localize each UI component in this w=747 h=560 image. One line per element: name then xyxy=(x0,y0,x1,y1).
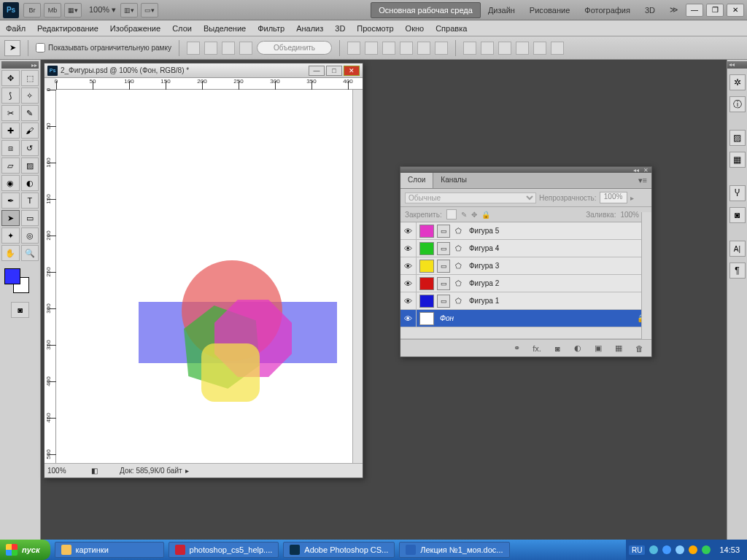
dist-4[interactable] xyxy=(516,42,529,55)
navigator-icon[interactable]: ✲ xyxy=(729,74,746,90)
opacity-arrow-icon[interactable]: ▸ xyxy=(630,194,634,202)
opt-icon-4[interactable] xyxy=(239,42,252,55)
screen-button[interactable]: ▭▾ xyxy=(141,3,158,18)
menu-window[interactable]: Окно xyxy=(406,24,425,33)
move-tool[interactable]: ✥ xyxy=(1,70,20,86)
type-tool[interactable]: T xyxy=(21,192,39,209)
history-brush-tool[interactable]: ↺ xyxy=(21,140,39,156)
window-restore[interactable]: ❐ xyxy=(706,4,724,17)
workspace-3d[interactable]: 3D xyxy=(638,3,662,18)
vertical-ruler[interactable]: 050100150200250300350400450500 xyxy=(44,90,56,463)
hand-tool[interactable]: ✋ xyxy=(1,245,20,261)
layer-row[interactable]: 👁▭⬠Фигура 3 xyxy=(400,257,651,275)
rdock-collapse[interactable]: ◂◂ xyxy=(727,61,747,69)
quickmask-tool[interactable]: ◙ xyxy=(11,302,29,318)
masks-icon[interactable]: ◙ xyxy=(729,207,746,223)
visibility-icon[interactable]: 👁 xyxy=(400,240,417,257)
character-icon[interactable]: A| xyxy=(729,241,746,257)
heal-tool[interactable]: ✚ xyxy=(1,122,20,139)
layer-thumb[interactable] xyxy=(419,260,434,273)
dodge-tool[interactable]: ◐ xyxy=(21,175,39,191)
vector-mask-thumb[interactable]: ▭ xyxy=(437,260,450,273)
tray-icon-3[interactable] xyxy=(676,545,684,554)
3d-tool[interactable]: ✦ xyxy=(1,228,20,244)
layer-group-icon[interactable]: ▣ xyxy=(592,342,605,355)
stamp-tool[interactable]: ⧇ xyxy=(1,140,20,156)
merge-button[interactable]: Объединить xyxy=(257,41,332,55)
zoom-level[interactable]: 100% ▾ xyxy=(89,5,116,15)
doc-titlebar[interactable]: Ps 2_Фигуры.psd @ 100% (Фон, RGB/8) * — … xyxy=(44,63,363,78)
lock-all-icon[interactable]: 🔒 xyxy=(481,211,490,219)
layers-scrollbar[interactable] xyxy=(641,212,651,339)
doc-info-arrow-icon[interactable]: ▸ xyxy=(185,467,189,475)
layer-name[interactable]: Фигура 4 xyxy=(469,244,499,252)
tools-collapse[interactable]: ▸▸ xyxy=(1,61,39,69)
delete-layer-icon[interactable]: 🗑 xyxy=(632,342,646,355)
eyedropper-tool[interactable]: ✎ xyxy=(21,105,39,121)
path-select-tool[interactable]: ➤ xyxy=(1,210,20,226)
start-button[interactable]: пуск xyxy=(0,540,50,560)
layer-thumb[interactable] xyxy=(419,312,434,325)
layer-row-background[interactable]: 👁Фон🔒 xyxy=(400,310,651,327)
pen-tool[interactable]: ✒ xyxy=(1,192,20,209)
gradient-tool[interactable]: ▨ xyxy=(21,158,39,174)
swatches-icon[interactable]: ▦ xyxy=(729,152,746,168)
crop-tool[interactable]: ✂ xyxy=(1,105,20,121)
zoom-tool[interactable]: 🔍 xyxy=(21,245,39,261)
arrange-docs-button[interactable]: ▥▾ xyxy=(120,3,138,18)
paragraph-icon[interactable]: ¶ xyxy=(729,262,746,279)
workspace-painting[interactable]: Рисование xyxy=(522,3,577,18)
brush-tool[interactable]: 🖌 xyxy=(21,122,39,139)
layer-thumb[interactable] xyxy=(419,295,434,308)
align-4[interactable] xyxy=(400,42,413,55)
menu-image[interactable]: Изображение xyxy=(110,24,160,33)
layer-thumb[interactable] xyxy=(419,277,434,290)
visibility-icon[interactable]: 👁 xyxy=(400,257,417,274)
workspace-essentials[interactable]: Основная рабочая среда xyxy=(371,2,481,18)
horizontal-ruler[interactable]: 050100150200250300350400 xyxy=(56,78,363,90)
opt-icon-1[interactable] xyxy=(187,42,200,55)
align-1[interactable] xyxy=(347,42,360,55)
vector-mask-thumb[interactable]: ▭ xyxy=(437,242,450,255)
lock-pixels-icon[interactable]: ✎ xyxy=(461,211,467,219)
color-icon[interactable]: ▨ xyxy=(729,130,746,146)
dist-6[interactable] xyxy=(551,42,564,55)
menu-filter[interactable]: Фильтр xyxy=(258,24,285,33)
menu-3d[interactable]: 3D xyxy=(335,24,345,33)
workspace-design[interactable]: Дизайн xyxy=(481,3,522,18)
layer-fx-icon[interactable]: fx. xyxy=(530,342,543,355)
vector-mask-thumb[interactable]: ▭ xyxy=(437,277,450,290)
wand-tool[interactable]: ✧ xyxy=(21,88,39,104)
link-layers-icon[interactable]: ⚭ xyxy=(510,342,523,355)
align-6[interactable] xyxy=(435,42,448,55)
eraser-tool[interactable]: ▱ xyxy=(1,158,20,174)
foreground-color[interactable] xyxy=(4,268,20,284)
layer-name[interactable]: Фигура 5 xyxy=(469,227,499,235)
opt-icon-2[interactable] xyxy=(204,42,217,55)
layers-panel-strip[interactable]: ◂◂✕ xyxy=(400,167,651,173)
3dcam-tool[interactable]: ◎ xyxy=(21,228,39,244)
fill-value[interactable]: 100% xyxy=(620,211,639,219)
menu-view[interactable]: Просмотр xyxy=(357,24,393,33)
vector-mask-thumb[interactable]: ▭ xyxy=(437,225,450,238)
visibility-icon[interactable]: 👁 xyxy=(400,222,417,239)
language-indicator[interactable]: RU xyxy=(629,545,645,555)
layer-row[interactable]: 👁▭⬠Фигура 5 xyxy=(400,222,651,240)
menu-help[interactable]: Справка xyxy=(436,24,467,33)
opacity-value[interactable]: 100% xyxy=(600,192,627,203)
window-minimize[interactable]: — xyxy=(686,4,703,17)
color-swatches[interactable] xyxy=(1,267,39,298)
layer-name[interactable]: Фон xyxy=(440,314,454,322)
show-bbox-checkbox[interactable]: Показывать ограничительную рамку xyxy=(36,43,171,52)
opt-icon-3[interactable] xyxy=(222,42,235,55)
doc-close[interactable]: ✕ xyxy=(344,66,360,76)
tray-icon-5[interactable] xyxy=(702,545,711,554)
layer-thumb[interactable] xyxy=(419,225,434,238)
adjustment-layer-icon[interactable]: ◐ xyxy=(571,342,584,355)
lock-position-icon[interactable]: ✥ xyxy=(471,211,477,219)
screenmode-button[interactable]: ▦▾ xyxy=(64,3,82,18)
task-word[interactable]: Лекция №1_моя.doc... xyxy=(399,542,509,558)
align-2[interactable] xyxy=(365,42,378,55)
info-icon[interactable]: ⓘ xyxy=(729,96,746,112)
doc-status-icon[interactable]: ◧ xyxy=(91,467,98,475)
